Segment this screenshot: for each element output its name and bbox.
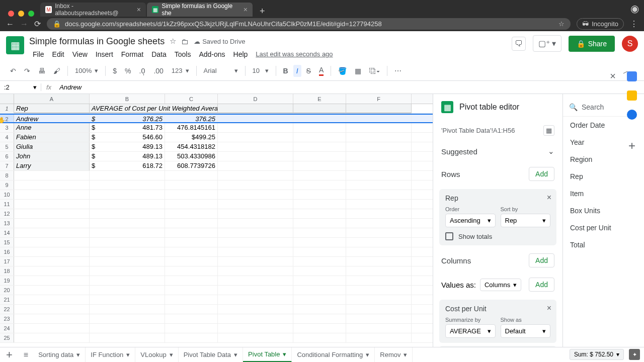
add-addon-icon[interactable]: + <box>628 139 635 153</box>
strike-button[interactable]: S <box>303 65 314 77</box>
minimize-window-icon[interactable] <box>18 11 24 17</box>
cell[interactable] <box>293 171 346 180</box>
row-header[interactable]: 7 <box>0 161 14 170</box>
cell[interactable] <box>90 209 165 218</box>
cell[interactable] <box>293 305 346 314</box>
percent-button[interactable]: % <box>122 65 134 77</box>
window-controls[interactable] <box>4 6 40 17</box>
cell[interactable] <box>293 209 346 218</box>
cell[interactable] <box>293 228 346 237</box>
pivot-range[interactable]: 'Pivot Table Data'!A1:H56 <box>441 127 539 134</box>
row-header[interactable]: 19 <box>0 276 14 285</box>
doc-title[interactable]: Simple formulas in Google sheets <box>29 36 165 47</box>
order-select[interactable]: Ascending▾ <box>445 214 496 227</box>
col-header[interactable]: A <box>14 94 90 104</box>
cell[interactable] <box>346 104 412 113</box>
cell[interactable] <box>218 324 293 333</box>
cell[interactable] <box>346 286 412 295</box>
col-header[interactable]: E <box>293 94 346 104</box>
profile-icon[interactable]: ◉ <box>625 1 644 17</box>
cell[interactable] <box>346 257 412 266</box>
cell[interactable] <box>14 190 90 199</box>
pivot-field-item[interactable]: Cost per Unit <box>563 219 634 236</box>
cell[interactable] <box>14 247 90 256</box>
cell[interactable] <box>218 180 293 190</box>
explore-button[interactable]: ✦ <box>629 349 640 360</box>
new-tab-button[interactable]: + <box>254 6 271 17</box>
cell[interactable]: $481.73 <box>90 123 165 132</box>
formula-input[interactable]: Andrew <box>56 83 644 91</box>
avatar[interactable]: S <box>622 36 638 52</box>
cell[interactable] <box>165 247 218 256</box>
cell[interactable] <box>218 133 293 142</box>
cell[interactable]: John <box>14 152 90 161</box>
cell[interactable] <box>90 219 165 228</box>
cell[interactable] <box>90 314 165 323</box>
cell[interactable] <box>293 190 346 199</box>
add-rows-button[interactable]: Add <box>529 167 554 181</box>
col-header[interactable]: F <box>346 94 412 104</box>
row-header[interactable]: 18 <box>0 266 14 276</box>
row-header[interactable]: 15 <box>0 238 14 247</box>
menu-edit[interactable]: Edit <box>49 48 68 60</box>
address-bar[interactable]: 🔒 docs.google.com/spreadsheets/d/1kZz96p… <box>47 18 571 30</box>
cell[interactable] <box>293 152 346 161</box>
row-header[interactable]: ✋2 <box>0 115 14 122</box>
row-header[interactable]: 22 <box>0 305 14 314</box>
fill-color-button[interactable]: 🪣 <box>335 65 350 77</box>
cell[interactable] <box>218 286 293 295</box>
cell[interactable]: Larry <box>14 161 90 170</box>
browser-menu-icon[interactable]: ⋮ <box>630 19 638 29</box>
cell[interactable] <box>14 171 90 180</box>
redo-button[interactable]: ↷ <box>21 65 33 77</box>
cell[interactable] <box>218 295 293 304</box>
cell[interactable] <box>218 171 293 180</box>
sum-indicator[interactable]: Sum: $ 752.50▾ <box>570 349 624 360</box>
cell[interactable] <box>165 266 218 276</box>
number-format-select[interactable]: 123▾ <box>169 65 192 76</box>
cell[interactable] <box>293 314 346 323</box>
pivot-field-item[interactable]: Total <box>563 236 634 253</box>
cell[interactable] <box>218 115 293 122</box>
cell[interactable]: $376.25 <box>90 115 165 122</box>
add-columns-button[interactable]: Add <box>529 253 554 267</box>
cell[interactable] <box>14 286 90 295</box>
cell[interactable] <box>346 180 412 190</box>
bookmark-icon[interactable]: ☆ <box>558 20 565 28</box>
cell[interactable] <box>293 238 346 247</box>
cell[interactable] <box>14 324 90 333</box>
cell[interactable] <box>218 305 293 314</box>
cell[interactable] <box>293 142 346 151</box>
cell[interactable] <box>90 266 165 276</box>
pivot-field-item[interactable]: Item <box>563 185 634 202</box>
star-icon[interactable]: ☆ <box>170 37 176 46</box>
cell[interactable] <box>293 133 346 142</box>
cell[interactable] <box>293 123 346 132</box>
currency-button[interactable]: $ <box>110 65 120 77</box>
row-header[interactable]: 8 <box>0 171 14 180</box>
row-header[interactable]: 25 <box>0 333 14 342</box>
cell[interactable] <box>90 276 165 285</box>
values-mode-select[interactable]: Columns ▾ <box>480 279 521 291</box>
menu-data[interactable]: Data <box>148 48 170 60</box>
add-sheet-button[interactable]: + <box>0 348 19 361</box>
cell[interactable] <box>346 333 412 342</box>
cell[interactable] <box>165 238 218 247</box>
cell[interactable] <box>165 295 218 304</box>
more-button[interactable]: ⋯ <box>391 65 405 77</box>
all-sheets-button[interactable]: ≡ <box>19 350 33 359</box>
name-box[interactable]: :2▾ <box>0 83 41 91</box>
cell[interactable] <box>14 257 90 266</box>
cell[interactable] <box>293 180 346 190</box>
cell[interactable]: 476.8145161 <box>165 123 218 132</box>
cell[interactable] <box>90 247 165 256</box>
col-header[interactable]: B <box>90 94 165 104</box>
cell[interactable] <box>218 314 293 323</box>
select-all-corner[interactable] <box>0 94 14 104</box>
cell[interactable] <box>218 333 293 342</box>
cell[interactable] <box>293 295 346 304</box>
pivot-field-item[interactable]: Region <box>563 151 634 168</box>
cell[interactable] <box>346 171 412 180</box>
row-header[interactable]: 6 <box>0 152 14 161</box>
show-totals-checkbox[interactable] <box>445 232 453 240</box>
